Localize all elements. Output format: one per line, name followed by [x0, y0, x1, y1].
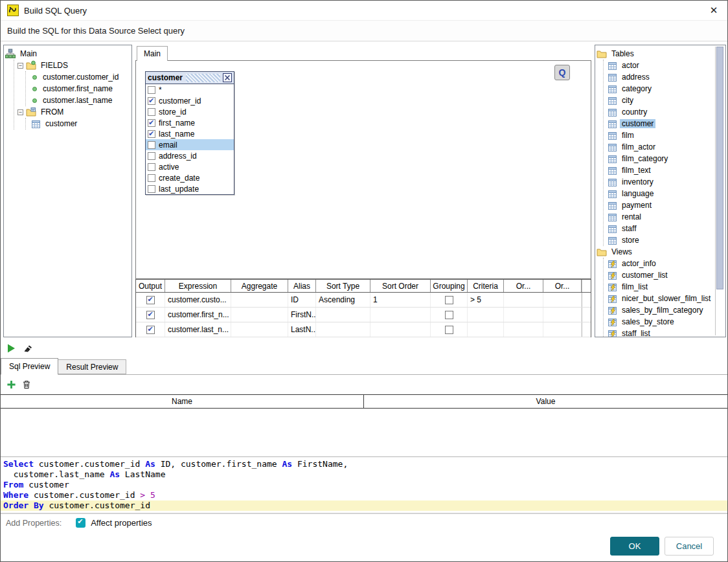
ok-button[interactable]: OK [610, 537, 659, 556]
tree-field-item[interactable]: customer.customer_id [26, 71, 130, 83]
table-item[interactable]: rental [604, 211, 724, 223]
field-checkbox[interactable] [148, 152, 155, 160]
table-item[interactable]: address [604, 71, 724, 83]
col-header-or2[interactable]: Or... [543, 280, 582, 292]
cell-or1[interactable] [504, 308, 543, 322]
table-item-selected[interactable]: customer [604, 118, 724, 129]
cell-sort-order[interactable] [370, 322, 431, 337]
view-item[interactable]: staff_list [604, 328, 724, 337]
cell-expression[interactable]: customer.custo... [165, 293, 231, 307]
cell-criteria[interactable] [468, 308, 504, 322]
grouping-checkbox[interactable] [445, 311, 453, 319]
tree-node-from[interactable]: − FROM [14, 106, 130, 118]
field-row[interactable]: active [146, 161, 234, 172]
table-item[interactable]: country [604, 106, 724, 118]
cell-or1[interactable] [504, 322, 543, 337]
clear-button[interactable] [23, 343, 33, 354]
view-item[interactable]: actor_info [604, 258, 724, 269]
schema-tree-scrollbar[interactable] [715, 47, 724, 335]
cell-sort-type[interactable]: Ascending [316, 293, 370, 307]
params-table-body[interactable] [1, 409, 727, 456]
customer-table-card[interactable]: customer * customer_id store_id [145, 71, 234, 195]
cell-sort-order[interactable]: 1 [370, 293, 431, 307]
cell-expression[interactable]: customer.last_n... [165, 322, 231, 337]
field-row[interactable]: last_update [146, 183, 234, 194]
affect-properties-checkbox[interactable] [76, 518, 85, 528]
tree-from-table[interactable]: customer [26, 118, 130, 129]
params-col-value[interactable]: Value [364, 395, 727, 408]
view-item[interactable]: sales_by_film_category [604, 304, 724, 316]
tab-main[interactable]: Main [137, 46, 168, 61]
cell-criteria[interactable]: > 5 [468, 293, 504, 307]
field-row[interactable]: create_date [146, 172, 234, 183]
field-row[interactable]: customer_id [146, 95, 234, 106]
field-checkbox[interactable] [148, 141, 155, 149]
field-row[interactable]: last_name [146, 128, 234, 139]
cell-sort-type[interactable] [316, 308, 370, 322]
table-card-close-icon[interactable] [223, 73, 232, 82]
field-row[interactable]: first_name [146, 117, 234, 128]
table-item[interactable]: inventory [604, 176, 724, 188]
field-checkbox[interactable] [148, 86, 155, 94]
cancel-button[interactable]: Cancel [665, 537, 714, 556]
cell-expression[interactable]: customer.first_n... [165, 308, 231, 322]
col-header-aggregate[interactable]: Aggregate [231, 280, 288, 292]
field-checkbox[interactable] [148, 119, 155, 127]
cell-sort-order[interactable] [370, 308, 431, 322]
field-checkbox[interactable] [148, 97, 155, 105]
diagram-area[interactable]: Q customer * customer_id store_id [135, 60, 591, 279]
view-item[interactable]: sales_by_store [604, 316, 724, 328]
output-checkbox[interactable] [146, 296, 155, 304]
tree-node-views[interactable]: Views [597, 246, 724, 258]
cell-aggregate[interactable] [231, 322, 288, 337]
tab-sql-preview[interactable]: Sql Preview [1, 358, 58, 375]
run-query-button[interactable] [6, 343, 16, 354]
table-item[interactable]: store [604, 234, 724, 246]
field-checkbox[interactable] [148, 108, 155, 116]
cell-aggregate[interactable] [231, 308, 288, 322]
col-header-expression[interactable]: Expression [165, 280, 231, 292]
col-header-criteria[interactable]: Criteria [468, 280, 504, 292]
cell-or2[interactable] [543, 308, 582, 322]
close-icon[interactable]: ✕ [707, 5, 721, 16]
col-header-alias[interactable]: Alias [288, 280, 316, 292]
view-item[interactable]: film_list [604, 281, 724, 293]
view-item[interactable]: customer_list [604, 269, 724, 281]
tree-node-tables[interactable]: Tables [597, 48, 724, 60]
field-row[interactable]: email [146, 139, 234, 150]
col-header-sort-order[interactable]: Sort Order [370, 280, 431, 292]
output-checkbox[interactable] [146, 326, 155, 334]
grouping-checkbox[interactable] [445, 296, 453, 304]
tab-result-preview[interactable]: Result Preview [58, 359, 126, 374]
field-row[interactable]: * [146, 84, 234, 95]
output-checkbox[interactable] [146, 311, 155, 319]
cell-sort-type[interactable] [316, 322, 370, 337]
cell-or1[interactable] [504, 293, 543, 307]
field-row[interactable]: store_id [146, 106, 234, 117]
cell-alias[interactable]: ID [288, 293, 316, 307]
field-checkbox[interactable] [148, 185, 155, 193]
cell-alias[interactable]: LastN... [288, 322, 316, 337]
params-col-name[interactable]: Name [1, 395, 364, 408]
grouping-checkbox[interactable] [445, 326, 453, 334]
table-item[interactable]: film [604, 129, 724, 141]
cell-alias[interactable]: FirstN... [288, 308, 316, 322]
field-checkbox[interactable] [148, 174, 155, 182]
table-item[interactable]: actor [604, 60, 724, 71]
col-header-or1[interactable]: Or... [504, 280, 543, 292]
scrollbar-thumb[interactable] [716, 47, 723, 289]
col-header-grouping[interactable]: Grouping [431, 280, 468, 292]
collapse-icon[interactable]: − [17, 63, 23, 69]
table-item[interactable]: category [604, 83, 724, 95]
table-card-drag-area[interactable] [186, 74, 220, 82]
table-item[interactable]: staff [604, 223, 724, 234]
cell-or2[interactable] [543, 293, 582, 307]
view-item[interactable]: nicer_but_slower_film_list [604, 293, 724, 304]
query-zoom-button[interactable]: Q [554, 65, 570, 80]
cell-aggregate[interactable] [231, 293, 288, 307]
cell-criteria[interactable] [468, 322, 504, 337]
field-checkbox[interactable] [148, 130, 155, 138]
table-item[interactable]: payment [604, 199, 724, 211]
table-item[interactable]: language [604, 188, 724, 199]
table-card-header[interactable]: customer [146, 72, 234, 84]
